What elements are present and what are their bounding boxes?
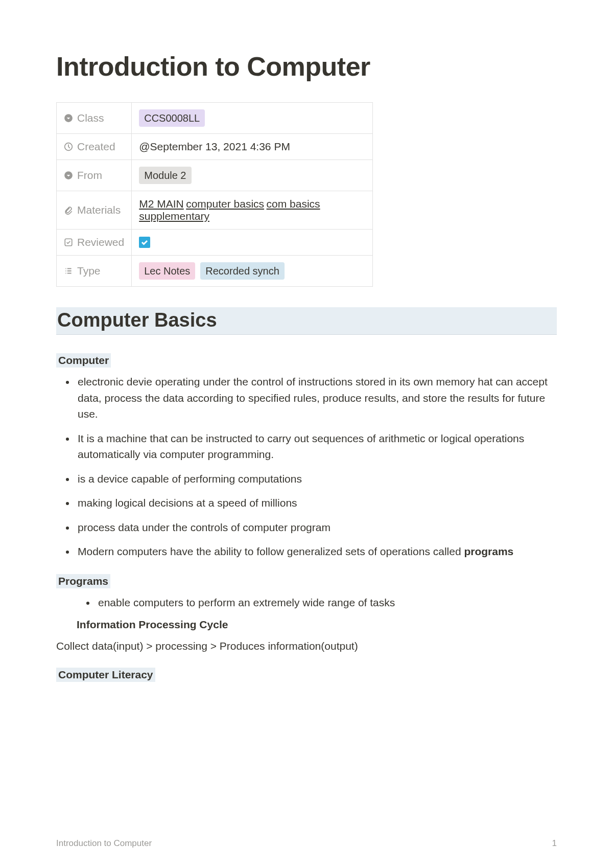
from-tag[interactable]: Module 2: [139, 167, 191, 184]
class-tag[interactable]: CCS0008LL: [139, 109, 205, 127]
programs-bullet-list: enable computers to perform an extremely…: [77, 595, 557, 611]
section-heading-computer-basics: Computer Basics: [56, 307, 557, 335]
checkbox-icon: [64, 238, 73, 247]
chevron-down-circle-icon: [64, 113, 73, 123]
list-item-bold: programs: [464, 545, 513, 557]
list-item: enable computers to perform an extremely…: [96, 595, 557, 611]
property-row-materials: Materials M2 MAIN computer basics com ba…: [57, 191, 373, 230]
list-item: process data under the controls of compu…: [76, 519, 557, 536]
computer-bullet-list: electronic devie operating under the con…: [56, 374, 557, 560]
materials-link[interactable]: computer basics: [186, 198, 264, 210]
subheading-ipc: Information Processing Cycle: [77, 619, 557, 631]
materials-link[interactable]: M2 MAIN: [139, 198, 184, 210]
list-item: Modern computers have the ability to fol…: [76, 543, 557, 560]
list-item: is a device capable of performing comput…: [76, 471, 557, 487]
property-row-created: Created @September 13, 2021 4:36 PM: [57, 134, 373, 160]
property-label: Materials: [77, 204, 121, 216]
footer-page-number: 1: [552, 838, 557, 849]
properties-table: Class CCS0008LL Created @September 13, 2…: [56, 102, 373, 287]
list-item: making logical decisions at a speed of m…: [76, 495, 557, 511]
subheading-programs: Programs: [56, 574, 110, 588]
list-icon: [64, 266, 73, 276]
footer-title: Introduction to Computer: [56, 838, 152, 849]
page-title: Introduction to Computer: [56, 51, 557, 82]
page-footer: Introduction to Computer 1: [56, 838, 557, 849]
property-row-from: From Module 2: [57, 160, 373, 191]
property-row-type: Type Lec Notes Recorded synch: [57, 256, 373, 287]
subheading-computer: Computer: [56, 353, 111, 368]
list-item: electronic devie operating under the con…: [76, 374, 557, 422]
reviewed-checkbox[interactable]: [139, 237, 150, 248]
property-row-class: Class CCS0008LL: [57, 103, 373, 134]
list-item-text: Modern computers have the ability to fol…: [78, 545, 464, 557]
paperclip-icon: [64, 205, 73, 215]
property-row-reviewed: Reviewed: [57, 230, 373, 256]
property-label: Created: [77, 141, 115, 153]
property-label: Class: [77, 112, 104, 124]
type-tag[interactable]: Lec Notes: [139, 262, 195, 280]
ipc-text: Collect data(input) > processing > Produ…: [56, 638, 557, 654]
property-label: From: [77, 169, 102, 181]
created-value: @September 13, 2021 4:36 PM: [139, 141, 290, 152]
clock-icon: [64, 142, 73, 151]
list-item: It is a machine that can be instructed t…: [76, 430, 557, 463]
subheading-literacy: Computer Literacy: [56, 668, 155, 682]
property-label: Reviewed: [77, 236, 124, 248]
type-tag[interactable]: Recorded synch: [200, 262, 285, 280]
chevron-down-circle-icon: [64, 171, 73, 180]
property-label: Type: [77, 265, 101, 277]
